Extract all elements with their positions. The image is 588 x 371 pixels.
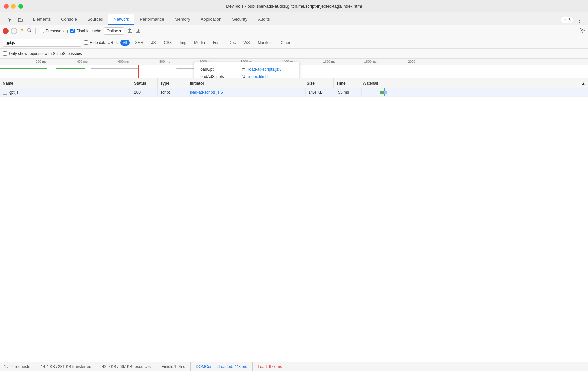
timeline-bars: loadGpt @ load-ad-scripts.js:5 loadAdScr… — [0, 65, 588, 78]
filter-xhr-button[interactable]: XHR — [132, 40, 146, 46]
tick-1800: 1800 ms — [364, 60, 377, 63]
record-button[interactable] — [3, 28, 9, 34]
wf-load-line — [412, 88, 412, 96]
hide-data-urls-label[interactable]: Hide data URLs — [84, 40, 118, 45]
initiator-tooltip: loadGpt @ load-ad-scripts.js:5 loadAdScr… — [194, 62, 299, 78]
filter-js-button[interactable]: JS — [148, 40, 158, 46]
window-controls — [4, 4, 23, 9]
tick-1600: 1600 ms — [323, 60, 335, 63]
th-size[interactable]: Size — [304, 78, 334, 88]
filter-ws-button[interactable]: WS — [241, 40, 252, 46]
status-finish: Finish: 1.95 s — [156, 362, 191, 371]
tooltip-link-1[interactable]: load-ad-scripts.js:5 — [248, 66, 282, 73]
tick-2000: 2000 — [408, 60, 415, 63]
close-button[interactable] — [4, 4, 9, 9]
load-line — [138, 65, 139, 78]
tick-800: 800 ms — [159, 60, 170, 63]
minimize-button[interactable] — [11, 4, 16, 9]
td-size: 14.4 KB — [306, 88, 335, 96]
td-waterfall — [362, 88, 588, 96]
initiator-link[interactable]: load-ad-scripts.js:5 — [190, 90, 223, 95]
window-title: DevTools - publisher-ads-audits.glitch.m… — [226, 4, 362, 9]
preserve-log-checkbox[interactable] — [40, 29, 44, 33]
th-initiator[interactable]: Initiator — [187, 78, 304, 88]
search-input[interactable] — [3, 39, 81, 47]
warning-icon: ⚠ — [563, 18, 567, 22]
filter-img-button[interactable]: Img — [177, 40, 189, 46]
divider — [35, 28, 36, 34]
tooltip-link-2[interactable]: index.html:9 — [248, 73, 270, 78]
preserve-log-label[interactable]: Preserve log — [40, 29, 68, 33]
warning-badge[interactable]: ⚠ 6 — [561, 17, 573, 23]
tab-security[interactable]: Security — [227, 14, 253, 25]
cursor-icon[interactable] — [5, 15, 14, 25]
tab-memory[interactable]: Memory — [170, 14, 195, 25]
td-status: 200 — [131, 88, 158, 96]
tab-row: Elements Console Sources Network Perform… — [28, 14, 561, 25]
device-toolbar-icon[interactable] — [16, 15, 25, 25]
tab-elements[interactable]: Elements — [28, 14, 56, 25]
status-load: Load: 677 ms — [253, 362, 287, 371]
tooltip-at-1: @ — [242, 66, 246, 73]
td-name: gpt.js — [0, 88, 131, 96]
filter-font-button[interactable]: Font — [210, 40, 223, 46]
tab-application[interactable]: Application — [195, 14, 227, 25]
tick-200: 200 ms — [36, 60, 47, 63]
th-waterfall[interactable]: Waterfall ▲ — [360, 81, 588, 86]
tab-sources[interactable]: Sources — [82, 14, 108, 25]
devtools-icons — [3, 15, 28, 25]
upload-icon[interactable] — [127, 27, 133, 35]
title-bar: DevTools - publisher-ads-audits.glitch.m… — [0, 0, 588, 12]
tab-bar: Elements Console Sources Network Perform… — [0, 12, 588, 25]
download-icon[interactable] — [135, 27, 141, 35]
dom-content-line — [91, 65, 91, 78]
throttle-dropdown[interactable]: Online ▾ — [104, 27, 124, 35]
settings-icon[interactable] — [579, 27, 585, 35]
hide-data-urls-checkbox[interactable] — [84, 40, 88, 45]
disable-cache-checkbox[interactable] — [70, 29, 75, 33]
status-dom-content: DOMContentLoaded: 443 ms — [191, 362, 253, 371]
timeline-area: 200 ms 400 ms 600 ms 800 ms 1000 ms 1200… — [0, 59, 588, 78]
search-icon[interactable] — [27, 28, 32, 34]
tab-console[interactable]: Console — [56, 14, 82, 25]
filter-media-button[interactable]: Media — [192, 40, 208, 46]
th-status[interactable]: Status — [131, 78, 158, 88]
samesite-checkbox[interactable] — [3, 51, 7, 56]
disable-cache-label[interactable]: Disable cache — [70, 29, 101, 33]
chevron-down-icon: ▾ — [119, 29, 121, 33]
td-time: 55 ms — [335, 88, 362, 96]
timeline-bar-green2 — [56, 68, 85, 69]
status-resources: 42.9 KB / 667 KB resources — [97, 362, 156, 371]
svg-point-9 — [582, 29, 583, 31]
network-toolbar: Preserve log Disable cache Online ▾ — [0, 25, 588, 37]
file-icon — [3, 90, 7, 95]
sort-asc-icon: ▲ — [581, 81, 585, 86]
tick-400: 400 ms — [77, 60, 88, 63]
tab-performance[interactable]: Performance — [134, 14, 169, 25]
filter-manifest-button[interactable]: Manifest — [255, 40, 275, 46]
tab-audits[interactable]: Audits — [253, 14, 275, 25]
tick-600: 600 ms — [118, 60, 129, 63]
filter-css-button[interactable]: CSS — [161, 40, 174, 46]
wf-bar-green — [380, 91, 384, 94]
tooltip-at-2: @ — [242, 73, 246, 78]
status-transferred: 14.4 KB / 231 KB transferred — [35, 362, 97, 371]
tooltip-fn-1: loadGpt — [200, 66, 239, 73]
th-time[interactable]: Time — [334, 78, 360, 88]
more-options-icon[interactable]: ⋮ — [575, 15, 584, 25]
filter-other-button[interactable]: Other — [278, 40, 293, 46]
tab-network[interactable]: Network — [108, 14, 135, 25]
th-type[interactable]: Type — [158, 78, 187, 88]
th-name[interactable]: Name — [0, 78, 131, 88]
maximize-button[interactable] — [18, 4, 23, 9]
status-requests: 1 / 22 requests — [4, 362, 35, 371]
stop-button[interactable] — [11, 28, 17, 34]
table-row[interactable]: gpt.js 200 script load-ad-scripts.js:5 1… — [0, 88, 588, 97]
wf-bar-blue — [384, 91, 387, 94]
filter-all-button[interactable]: All — [120, 40, 130, 46]
svg-line-4 — [30, 31, 31, 32]
filter-icon[interactable] — [20, 28, 24, 34]
filter-doc-button[interactable]: Doc — [226, 40, 238, 46]
table-body: gpt.js 200 script load-ad-scripts.js:5 1… — [0, 88, 588, 362]
warning-count: 6 — [568, 18, 571, 22]
